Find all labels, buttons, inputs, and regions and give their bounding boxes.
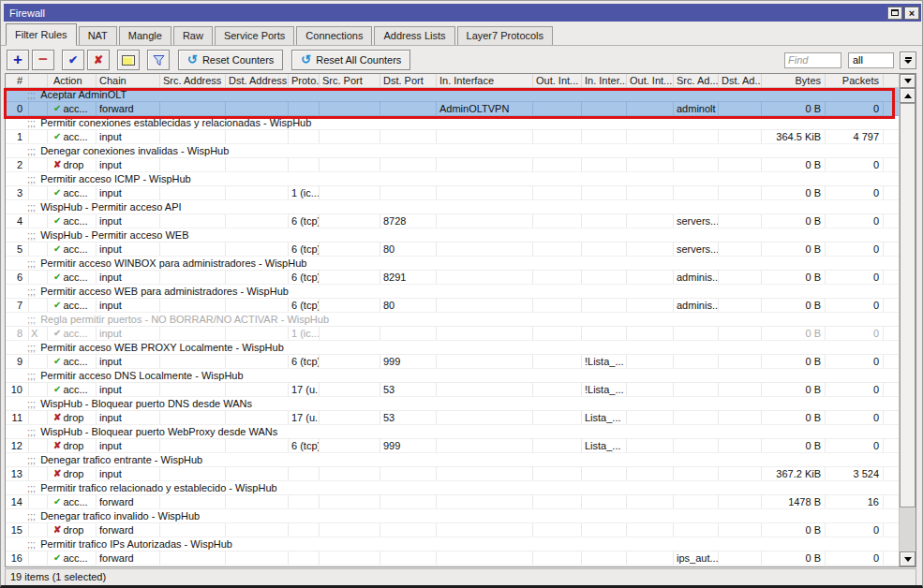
rule-row[interactable]: 1✔acc...input364.5 KiB4 797 <box>6 130 899 144</box>
comment-row[interactable]: ;;;Permitir acceso ICMP - WispHub <box>6 172 899 186</box>
reset-icon: ↺ <box>187 55 198 65</box>
rule-row[interactable]: 0✔acc...forwardAdminOLTVPNadminolt0 B0 <box>6 102 899 116</box>
column-header-chain[interactable]: Chain <box>97 74 160 87</box>
rule-row[interactable]: 12✘dropinput6 (tcp)999Lista_...0 B0 <box>6 439 899 453</box>
close-icon: × <box>909 9 915 17</box>
titlebar[interactable]: Firewall × <box>4 4 921 22</box>
rule-row[interactable]: 8X✔acc...input1 (ic...0 B0 <box>6 327 899 341</box>
comment-row[interactable]: ;;;Permitir trafico relacionado y establ… <box>6 481 899 495</box>
rule-row[interactable]: 7✔acc...input6 (tcp)80adminis...0 B0 <box>6 299 899 313</box>
scrollbar-track[interactable] <box>900 507 916 551</box>
cell-src_address_list <box>674 439 719 452</box>
close-button[interactable]: × <box>904 7 919 20</box>
column-header-in_interface_list[interactable]: In. Inter... <box>582 74 627 87</box>
rule-row[interactable]: 5✔acc...input6 (tcp)80servers...0 B0 <box>6 243 899 257</box>
column-header-out_interface_list[interactable]: Out. Int... <box>627 74 674 87</box>
cell-filler <box>884 214 899 228</box>
scroll-down-button[interactable] <box>900 551 916 566</box>
tab-service-ports[interactable]: Service Ports <box>215 26 294 45</box>
rule-row[interactable]: 13✘dropinput367.2 KiB3 524 <box>6 467 899 481</box>
rule-row[interactable]: 9✔acc...input6 (tcp)999!Lista_...0 B0 <box>6 355 899 369</box>
cell-src_address <box>160 158 226 171</box>
column-header-flag[interactable] <box>29 74 48 87</box>
cell-action: ✔acc... <box>48 271 97 284</box>
column-header-src_port[interactable]: Src. Port <box>320 74 380 87</box>
column-header-action[interactable]: Action <box>48 74 97 87</box>
cell-filler <box>884 383 899 396</box>
comment-row[interactable]: ;;;WispHub - Permitir acceso API <box>6 200 899 214</box>
comment-row[interactable]: ;;;Aceptar AdminOLT <box>6 88 899 102</box>
column-header-out_interface[interactable]: Out. Int... <box>533 74 582 87</box>
column-header-packets[interactable]: Packets <box>826 74 884 87</box>
reset-all-counters-button[interactable]: ↺ Reset All Counters <box>291 50 410 70</box>
disable-button[interactable]: ✘ <box>87 50 110 70</box>
cell-in_interface_list <box>582 495 627 508</box>
column-header-dst_port[interactable]: Dst. Port <box>380 74 437 87</box>
column-header-dst_address_list[interactable]: Dst. Ad... <box>719 74 762 87</box>
column-header-src_address_list[interactable]: Src. Ad... <box>674 74 719 87</box>
tab-mangle[interactable]: Mangle <box>119 26 171 45</box>
tab-filter-rules[interactable]: Filter Rules <box>6 23 77 46</box>
comment-row[interactable]: ;;;Permitir acceso DNS Localmente - Wisp… <box>6 369 899 383</box>
rule-row[interactable]: 3✔acc...input1 (ic...0 B0 <box>6 186 899 200</box>
comment-row[interactable]: ;;;WispHub - Permitir acceso WEB <box>6 228 899 243</box>
enable-button[interactable]: ✔ <box>62 50 84 70</box>
tab-raw[interactable]: Raw <box>173 26 213 45</box>
comment-row[interactable]: ;;;Permitir acceso WEB PROXY Localmente … <box>6 341 899 355</box>
comment-row[interactable]: ;;;Permitir trafico IPs Autorizadas - Wi… <box>6 537 899 551</box>
rule-row[interactable]: 6✔acc...input6 (tcp)8291adminis...0 B0 <box>6 271 899 285</box>
comment-text: Permitir acceso WEB PROXY Localmente - W… <box>40 341 284 354</box>
comment-button[interactable] <box>117 50 140 70</box>
cell-dst_address_list <box>719 411 762 424</box>
cell-dst_port: 8728 <box>380 214 437 228</box>
cell-src_port <box>320 102 380 115</box>
scrollbar-thumb[interactable] <box>900 103 916 507</box>
rule-row[interactable]: 14✔acc...forward1478 B16 <box>6 495 899 509</box>
comment-row[interactable]: ;;;Denegar trafico invalido - WispHub <box>6 509 899 523</box>
column-header-protocol[interactable]: Proto... <box>289 74 320 87</box>
comment-marker: ;;; <box>27 509 36 522</box>
tab-layer7-protocols[interactable]: Layer7 Protocols <box>457 26 554 45</box>
column-header-dst_address[interactable]: Dst. Address <box>226 74 289 87</box>
scroll-up-button[interactable] <box>900 88 916 103</box>
column-header-src_address[interactable]: Src. Address <box>160 74 226 87</box>
column-select-button[interactable] <box>900 74 916 88</box>
comment-row[interactable]: ;;;Permitir acceso WEB para administrado… <box>6 285 899 299</box>
scope-dropdown[interactable]: all <box>848 52 894 68</box>
rule-row[interactable]: 15✘dropforward0 B0 <box>6 523 899 537</box>
rule-row[interactable]: 16✔acc...forwardips_aut...0 B0 <box>6 551 899 566</box>
tab-nat[interactable]: NAT <box>79 26 117 45</box>
rule-row[interactable]: 11✘dropinput17 (u...53Lista_...0 B0 <box>6 411 899 425</box>
scope-dropdown-button[interactable] <box>900 51 916 69</box>
rule-row[interactable]: 10✔acc...input17 (u...53!Lista_...0 B0 <box>6 383 899 397</box>
cell-in_interface_list <box>582 102 627 115</box>
cell-src_address <box>160 551 226 565</box>
column-header-num[interactable]: # <box>6 74 29 87</box>
tab-address-lists[interactable]: Address Lists <box>374 26 454 45</box>
cell-dst_address_list <box>719 439 762 452</box>
rule-row[interactable]: 2✘dropinput0 B0 <box>6 158 899 172</box>
cell-num: 12 <box>6 439 29 452</box>
reset-counters-button[interactable]: ↺ Reset Counters <box>178 50 283 70</box>
comment-row[interactable]: ;;;Denegar trafico entrante - WispHub <box>6 453 899 467</box>
comment-row[interactable]: ;;;WispHub - Bloquear puerto DNS desde W… <box>6 397 899 411</box>
find-input[interactable] <box>784 52 841 68</box>
column-header-bytes[interactable]: Bytes <box>762 74 826 87</box>
comment-row[interactable]: ;;;Permitir acceso WINBOX para administr… <box>6 257 899 271</box>
comment-marker: ;;; <box>27 425 36 438</box>
comment-row[interactable]: ;;;WispHub - Bloquear puerto WebProxy de… <box>6 425 899 439</box>
cell-bytes: 0 B <box>762 158 826 171</box>
add-button[interactable]: + <box>7 50 29 70</box>
cell-filler <box>884 551 899 565</box>
tab-connections[interactable]: Connections <box>296 26 372 45</box>
filter-button[interactable] <box>147 50 170 70</box>
action-label: acc... <box>63 299 87 312</box>
maximize-button[interactable] <box>887 7 902 20</box>
column-header-in_interface[interactable]: In. Interface <box>437 74 533 87</box>
comment-row[interactable]: ;;;Denegar conexiones invalidas - WispHu… <box>6 144 899 158</box>
comment-row[interactable]: ;;;Regla permitir puertos - NO BORRAR/NO… <box>6 313 899 327</box>
remove-button[interactable]: − <box>32 50 54 70</box>
comment-row[interactable]: ;;;Permitir conexiones establecidas y re… <box>6 116 899 130</box>
rule-row[interactable]: 4✔acc...input6 (tcp)8728servers...0 B0 <box>6 214 899 228</box>
cell-src_address_list: adminis... <box>674 271 719 284</box>
